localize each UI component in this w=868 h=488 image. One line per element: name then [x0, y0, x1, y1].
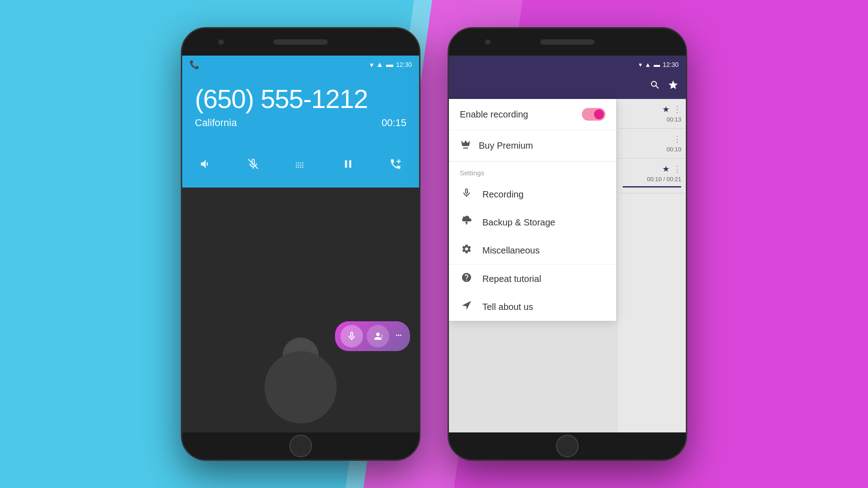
rec-2-more-icon: ⋮	[673, 134, 681, 144]
camera-dot	[218, 39, 224, 45]
call-body	[182, 188, 419, 432]
gear-icon	[460, 244, 473, 257]
call-location-row: California 00:15	[195, 117, 406, 129]
recording-menu-item[interactable]: Recording	[449, 180, 616, 208]
settings-time: 12:30	[663, 61, 679, 68]
status-bar-right: ▾ ▲ ▬ 12:30	[370, 61, 412, 69]
recording-item-3[interactable]: ★ ⋮ 00:10 / 00:21	[618, 159, 686, 193]
phone-2: ▾ ▲ ▬ 12:30	[448, 27, 687, 461]
enable-recording-label: Enable recording	[460, 109, 582, 120]
phone-1-screen: 📞 ▾ ▲ ▬ 12:30 (650) 555-1212 California …	[182, 56, 419, 432]
battery-icon-2: ▬	[654, 61, 660, 68]
settings-panel: Enable recording Buy Premium	[449, 99, 616, 321]
keypad-button[interactable]	[288, 151, 313, 177]
misc-menu-label: Miscellaneous	[482, 245, 540, 256]
caller-number: (650) 555-1212	[195, 84, 406, 113]
avatar-body	[264, 351, 337, 423]
wifi-icon: ▾	[370, 61, 373, 69]
recordings-list: ★ ⋮ 00:13 ⋮ 00:10	[618, 99, 686, 432]
backup-icon	[460, 216, 473, 229]
tutorial-menu-item[interactable]: Repeat tutorial	[449, 265, 616, 293]
add-call-button[interactable]	[383, 151, 408, 177]
call-controls	[182, 142, 419, 188]
recording-item-1[interactable]: ★ ⋮ 00:13	[618, 99, 686, 129]
phone-2-bottom	[449, 432, 686, 460]
buy-premium-row[interactable]: Buy Premium	[449, 130, 616, 161]
phones-container: 📞 ▾ ▲ ▬ 12:30 (650) 555-1212 California …	[0, 0, 868, 488]
signal-icon-2: ▲	[645, 61, 651, 68]
rec-1-time: 00:13	[666, 116, 681, 123]
settings-status-bar: ▾ ▲ ▬ 12:30	[449, 56, 686, 74]
tellus-menu-label: Tell about us	[482, 302, 533, 312]
caller-location: California	[195, 117, 237, 129]
wifi-icon-2: ▾	[639, 61, 642, 68]
phone-1-bottom	[182, 432, 419, 460]
avatar-area	[182, 188, 419, 432]
settings-section-title: Settings	[449, 162, 616, 180]
call-duration: 00:15	[382, 117, 406, 129]
rec-3-icons: ★ ⋮	[662, 164, 681, 174]
phone-1-top	[182, 28, 419, 56]
backup-menu-label: Backup & Storage	[482, 217, 555, 228]
mute-button[interactable]	[241, 151, 266, 177]
float-buttons-bar	[335, 321, 410, 351]
home-button-2[interactable]	[556, 435, 579, 457]
status-time: 12:30	[396, 61, 412, 68]
signal-icon: ▲	[376, 61, 383, 69]
tutorial-menu-label: Repeat tutorial	[482, 274, 541, 284]
share-icon	[460, 300, 473, 314]
status-bar: 📞 ▾ ▲ ▬ 12:30	[182, 56, 419, 74]
rec-3-more-icon: ⋮	[673, 164, 681, 174]
enable-recording-toggle[interactable]	[582, 108, 605, 121]
hold-button[interactable]	[335, 151, 361, 177]
speaker-grille-2	[540, 39, 594, 45]
recording-menu-label: Recording	[482, 189, 524, 200]
search-icon[interactable]	[650, 80, 660, 93]
crown-icon	[460, 138, 472, 153]
home-button[interactable]	[289, 435, 312, 457]
record-mic-button[interactable]	[340, 325, 363, 347]
help-icon	[460, 272, 473, 286]
star-icon[interactable]	[668, 80, 679, 93]
misc-menu-item[interactable]: Miscellaneous	[449, 236, 616, 264]
rec-3-progress-bar	[623, 186, 681, 188]
settings-toolbar	[449, 74, 686, 99]
rec-1-more-icon: ⋮	[673, 104, 681, 114]
rec-3-time: 00:10 / 00:21	[647, 176, 681, 183]
call-info-area: (650) 555-1212 California 00:15	[182, 74, 419, 142]
rec-2-time: 00:10	[666, 146, 681, 153]
contact-button[interactable]	[367, 325, 389, 347]
phone-status-icon: 📞	[189, 60, 199, 70]
recording-item-2[interactable]: ⋮ 00:10	[618, 129, 686, 159]
backup-menu-item[interactable]: Backup & Storage	[449, 208, 616, 236]
buy-premium-label: Buy Premium	[479, 141, 533, 151]
rec-1-icons: ★ ⋮	[662, 104, 681, 114]
more-options-button[interactable]	[393, 331, 405, 341]
settings-status-right: ▾ ▲ ▬ 12:30	[639, 61, 679, 68]
battery-icon: ▬	[386, 61, 393, 69]
tellus-menu-item[interactable]: Tell about us	[449, 293, 616, 321]
rec-1-star-icon: ★	[662, 104, 670, 114]
call-screen: 📞 ▾ ▲ ▬ 12:30 (650) 555-1212 California …	[182, 56, 419, 432]
phone-2-screen: ▾ ▲ ▬ 12:30	[449, 56, 686, 432]
phone-2-top	[449, 28, 686, 56]
speaker-button[interactable]	[193, 151, 218, 177]
recording-icon	[460, 188, 473, 201]
speaker-grille	[274, 39, 328, 45]
camera-dot-2	[485, 39, 491, 45]
settings-screen: ▾ ▲ ▬ 12:30	[449, 56, 686, 432]
rec-2-icons: ⋮	[673, 134, 681, 144]
rec-3-star-icon: ★	[662, 164, 670, 174]
phone-1: 📞 ▾ ▲ ▬ 12:30 (650) 555-1212 California …	[181, 27, 420, 461]
enable-recording-row[interactable]: Enable recording	[449, 99, 616, 130]
